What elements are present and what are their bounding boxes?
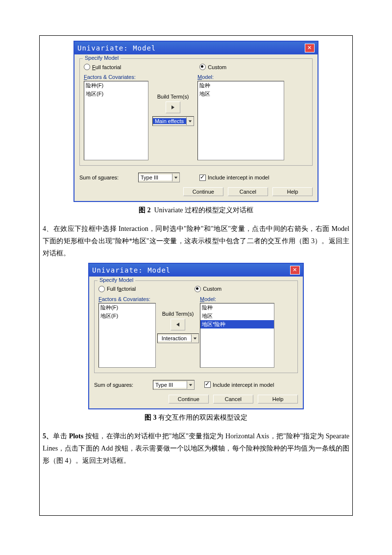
close-icon[interactable]: ✕ — [290, 266, 300, 275]
model-listbox[interactable]: 险种 地区 — [197, 81, 284, 160]
titlebar: Univariate: Model ✕ — [74, 42, 318, 54]
close-icon[interactable]: ✕ — [305, 44, 315, 52]
cancel-button[interactable]: Cancel — [228, 187, 268, 196]
radio-icon — [84, 64, 90, 70]
sum-squares-combo[interactable]: Type III — [138, 173, 180, 182]
factors-listbox[interactable]: 险种(F) 地区(F) — [84, 81, 148, 160]
chevron-right-icon — [171, 105, 175, 110]
build-terms-combo[interactable]: Main effects — [152, 116, 194, 126]
model-label: Model: — [200, 296, 274, 302]
list-item[interactable]: 险种 — [200, 303, 274, 312]
radio-custom[interactable]: Custom — [199, 64, 226, 70]
list-item[interactable]: 险种(F) — [84, 81, 148, 90]
build-terms-combo[interactable]: Interaction — [157, 333, 199, 343]
titlebar: Univariate: Model ✕ — [89, 264, 303, 277]
list-item[interactable]: 险种(F) — [99, 303, 155, 312]
include-intercept-checkbox[interactable]: Include intercept in model — [199, 175, 269, 181]
radio-icon — [199, 64, 206, 70]
include-intercept-checkbox[interactable]: Include intercept in model — [204, 381, 274, 388]
radio-icon — [98, 286, 105, 292]
chevron-down-icon — [172, 174, 179, 181]
dialog-title: Univariate: Model — [77, 44, 156, 52]
cancel-button[interactable]: Cancel — [213, 395, 253, 404]
radio-full-factorial[interactable]: Full factorial Full factorial — [98, 286, 136, 292]
figure-2-caption: 图 2 Univariate 过程的模型定义对话框 — [43, 206, 349, 215]
sum-squares-combo[interactable]: Type III — [153, 380, 195, 390]
continue-button[interactable]: Continue — [183, 187, 223, 196]
dialog-univariate-model-2: Univariate: Model ✕ Specify Model Full f… — [88, 263, 304, 409]
figure-3-caption: 图 3 有交互作用的双因素模型设定 — [43, 413, 349, 422]
list-item[interactable]: 地区 — [200, 312, 274, 320]
model-listbox[interactable]: 险种 地区 地区*险种 — [200, 303, 274, 368]
checkbox-icon — [199, 175, 206, 181]
sum-squares-label: Sum of squares: — [94, 382, 153, 388]
factors-listbox[interactable]: 险种(F) 地区(F) — [98, 303, 156, 368]
specify-model-group: Specify Model Full Full factorialfactori… — [79, 58, 313, 166]
list-item[interactable]: 地区(F) — [99, 312, 155, 320]
paragraph-5: 5、单击 Plots 按钮，在弹出的对话框中把"地区"变量指定为 Horizon… — [43, 430, 349, 467]
help-button[interactable]: Help — [258, 395, 298, 404]
group-label: Specify Model — [98, 277, 135, 283]
model-label: Model: — [197, 74, 284, 80]
checkbox-icon — [204, 381, 211, 388]
help-button[interactable]: Help — [272, 187, 313, 196]
radio-custom[interactable]: Custom — [195, 286, 221, 292]
sum-squares-label: Sum of squares: — [79, 175, 138, 180]
paragraph-4: 4、在效应下拉框中选择 Interaction，同时选中"险种"和"地区"变量，… — [43, 223, 349, 260]
build-terms-label: Build Term(s) — [148, 94, 197, 100]
chevron-down-icon — [186, 117, 194, 125]
continue-button[interactable]: Continue — [169, 395, 209, 404]
list-item[interactable]: 险种 — [198, 81, 284, 90]
chevron-down-icon — [191, 334, 198, 342]
specify-model-group: Specify Model Full factorial Full factor… — [94, 280, 298, 373]
group-label: Specify Model — [83, 55, 121, 61]
dialog-title: Univariate: Model — [92, 266, 171, 274]
factors-label: Factors & Covariates: — [98, 296, 156, 302]
list-item[interactable]: 地区 — [198, 90, 284, 98]
radio-icon — [195, 286, 201, 292]
arrow-left-button[interactable] — [171, 319, 185, 330]
radio-full-factorial[interactable]: Full Full factorialfactorial — [84, 64, 121, 70]
build-terms-label: Build Term(s) — [156, 311, 200, 317]
chevron-down-icon — [187, 381, 194, 389]
list-item[interactable]: 地区(F) — [84, 90, 148, 98]
dialog-univariate-model-1: Univariate: Model ✕ Specify Model Full F… — [74, 41, 318, 202]
arrow-right-button[interactable] — [166, 101, 180, 113]
factors-label: Factors & Covariates: — [84, 74, 148, 80]
chevron-left-icon — [175, 322, 180, 327]
list-item[interactable]: 地区*险种 — [200, 320, 274, 328]
